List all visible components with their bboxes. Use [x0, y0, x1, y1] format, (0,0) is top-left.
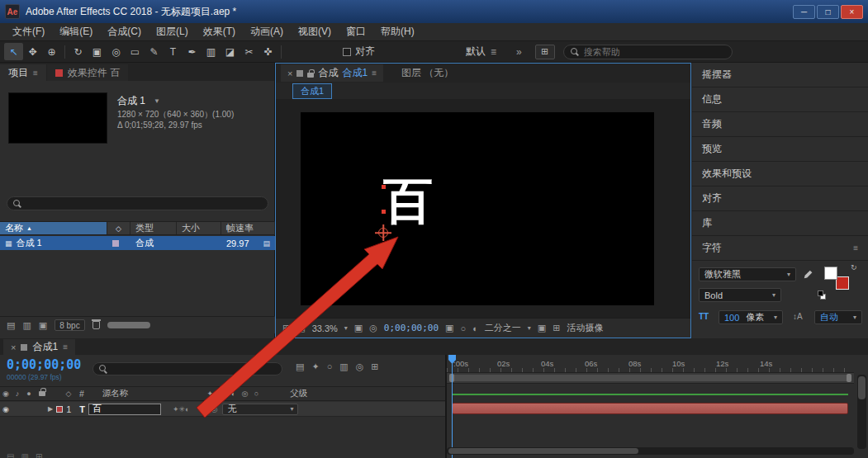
- panel-menu-icon[interactable]: ≡: [853, 243, 858, 253]
- panel-preview[interactable]: 预览: [692, 137, 868, 162]
- orbit-tool-icon[interactable]: ↻: [69, 43, 88, 60]
- mini-flowchart-icon[interactable]: ▤: [296, 361, 304, 372]
- chevron-down-icon[interactable]: ▼: [154, 97, 160, 105]
- frame-blending-icon[interactable]: ▥: [339, 361, 348, 372]
- close-tab-icon[interactable]: ×: [11, 342, 16, 352]
- timeline-horizontal-scrollbar[interactable]: [447, 447, 854, 455]
- timeline-search-input[interactable]: [112, 364, 276, 374]
- menu-view[interactable]: 视图(V): [291, 23, 339, 40]
- camera-view-label[interactable]: 活动摄像: [567, 322, 603, 334]
- eyedropper-icon[interactable]: [803, 268, 814, 280]
- font-style-select[interactable]: Bold ▾: [699, 288, 781, 302]
- transparency-grid-icon[interactable]: ⊞: [553, 323, 560, 333]
- snap-checkbox[interactable]: [343, 48, 351, 56]
- expand-layers-icon[interactable]: ▤: [7, 452, 14, 458]
- sync-settings-button[interactable]: ⊞: [535, 45, 555, 59]
- layer-row[interactable]: ◉ ▶ 1 T 百 ✦ ✳ ◐ ◎ 无 ▾: [0, 402, 445, 417]
- create-folder-icon[interactable]: ▥: [22, 320, 31, 331]
- draft-3d-icon[interactable]: ✦: [311, 361, 319, 372]
- close-tab-icon[interactable]: ×: [287, 68, 292, 78]
- selected-comp-name[interactable]: 合成 1 ▼: [117, 94, 160, 108]
- layer-visibility-icon[interactable]: ◉: [0, 405, 12, 413]
- scrollbar-thumb[interactable]: [448, 448, 638, 454]
- snapshot-icon[interactable]: ▣: [445, 323, 453, 333]
- trash-icon[interactable]: [92, 321, 100, 329]
- switch-quality-icon[interactable]: ◐: [227, 390, 239, 398]
- panel-audio[interactable]: 音频: [692, 112, 868, 137]
- comp-viewport[interactable]: 百: [276, 99, 690, 318]
- timeline-tab-comp1[interactable]: × 合成1 ≡: [3, 339, 75, 355]
- tab-effect-controls[interactable]: 效果控件 百: [47, 64, 128, 81]
- menu-layer[interactable]: 图层(L): [149, 23, 196, 40]
- roto-brush-tool-icon[interactable]: ✂: [240, 43, 259, 60]
- tab-composition[interactable]: × 合成 合成1 ≡: [281, 64, 383, 82]
- layer-name-field[interactable]: 百: [88, 404, 161, 415]
- selection-tool-icon[interactable]: ↖: [4, 43, 23, 60]
- show-snapshot-icon[interactable]: ○: [461, 323, 467, 333]
- help-search[interactable]: [563, 45, 733, 59]
- column-header-label[interactable]: ◇: [107, 222, 130, 234]
- work-area-span[interactable]: [450, 375, 851, 381]
- snap-toggle[interactable]: 对齐: [343, 45, 375, 59]
- timeline-vertical-scrollbar[interactable]: [857, 375, 866, 449]
- video-column-icon[interactable]: ◉: [0, 390, 12, 398]
- menu-effect[interactable]: 效果(T): [196, 23, 243, 40]
- font-family-select[interactable]: 微软雅黑 ▾: [699, 267, 796, 281]
- panel-wiggler[interactable]: 摇摆器: [692, 63, 868, 87]
- panel-menu-icon[interactable]: ≡: [63, 342, 68, 352]
- label-column-icon[interactable]: ◇: [63, 390, 74, 398]
- column-header-type[interactable]: 类型: [130, 222, 177, 234]
- panel-menu-icon[interactable]: ≡: [372, 68, 377, 78]
- type-tool-icon[interactable]: T: [164, 43, 183, 60]
- project-item-row[interactable]: ▦ 合成 1 合成 29.97 ▤: [0, 236, 275, 250]
- text-layer[interactable]: 百: [383, 177, 433, 226]
- panel-character-header[interactable]: 字符 ≡: [692, 236, 868, 261]
- project-search-input[interactable]: [26, 199, 262, 209]
- playhead-line[interactable]: [452, 355, 453, 458]
- lock-column-icon[interactable]: [39, 391, 45, 396]
- shy-icon[interactable]: ○: [327, 361, 333, 372]
- zoom-tool-icon[interactable]: ⊕: [42, 43, 61, 60]
- panel-effects-presets[interactable]: 效果和预设: [692, 162, 868, 187]
- expand-in-out-icon[interactable]: ▥: [21, 452, 28, 458]
- layer-switch-icon[interactable]: ◐: [185, 405, 189, 413]
- workspace-switcher[interactable]: 默认 ≡: [466, 45, 496, 59]
- workspace-overflow[interactable]: »: [516, 46, 522, 58]
- label-color-chip[interactable]: [112, 240, 119, 247]
- current-timecode[interactable]: 0;00;00;00: [7, 357, 81, 372]
- pick-whip-icon[interactable]: ◎: [211, 405, 218, 413]
- layer-switch-icon[interactable]: ✳: [179, 405, 186, 413]
- tab-project[interactable]: 项目 ≡: [0, 64, 46, 81]
- audio-column-icon[interactable]: ♪: [12, 390, 23, 398]
- pan-behind-tool-icon[interactable]: ◎: [107, 43, 126, 60]
- selection-handle[interactable]: [382, 185, 386, 189]
- clone-stamp-tool-icon[interactable]: ▥: [202, 43, 221, 60]
- column-header-size[interactable]: 大小: [177, 222, 221, 234]
- menu-help[interactable]: 帮助(H): [373, 23, 422, 40]
- channels-icon[interactable]: ◐: [472, 323, 478, 333]
- default-colors-icon[interactable]: [818, 290, 823, 296]
- lock-icon[interactable]: [307, 73, 314, 78]
- timeline-search[interactable]: [92, 362, 282, 375]
- motion-blur-icon[interactable]: ◎: [356, 361, 364, 372]
- mask-visibility-icon[interactable]: ◎: [369, 323, 377, 333]
- menu-window[interactable]: 窗口: [339, 23, 373, 40]
- index-column-header[interactable]: #: [79, 389, 84, 399]
- layer-color-chip[interactable]: [56, 406, 63, 413]
- menu-edit[interactable]: 编辑(E): [52, 23, 100, 40]
- pen-tool-icon[interactable]: ✎: [145, 43, 164, 60]
- column-header-name[interactable]: 名称 ▲: [0, 222, 107, 234]
- parent-select[interactable]: 无 ▾: [222, 404, 298, 415]
- comp-frame[interactable]: 百: [301, 112, 654, 305]
- parent-column-header[interactable]: 父级: [290, 388, 307, 399]
- tab-layer-viewer[interactable]: 图层 （无）: [387, 66, 453, 80]
- leading-select[interactable]: 自动 ▾: [814, 310, 862, 324]
- source-name-column-header[interactable]: 源名称: [102, 388, 129, 399]
- minimize-button[interactable]: ─: [793, 5, 815, 19]
- stroke-color-swatch[interactable]: [836, 276, 849, 290]
- selection-handle[interactable]: [382, 210, 386, 214]
- shape-tool-icon[interactable]: ▭: [126, 43, 145, 60]
- menu-animation[interactable]: 动画(A): [243, 23, 291, 40]
- switch-effects-icon[interactable]: ◎: [239, 390, 250, 398]
- create-comp-icon[interactable]: ▣: [39, 320, 47, 331]
